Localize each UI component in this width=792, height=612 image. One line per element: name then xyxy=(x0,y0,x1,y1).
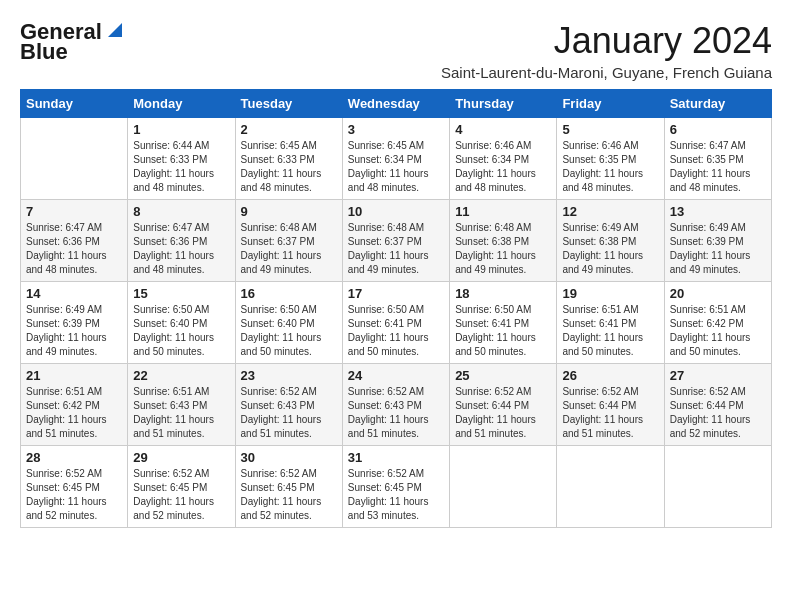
column-header-sunday: Sunday xyxy=(21,90,128,118)
day-number: 2 xyxy=(241,122,337,137)
calendar-cell: 8Sunrise: 6:47 AM Sunset: 6:36 PM Daylig… xyxy=(128,200,235,282)
day-number: 6 xyxy=(670,122,766,137)
calendar-week-row: 28Sunrise: 6:52 AM Sunset: 6:45 PM Dayli… xyxy=(21,446,772,528)
calendar-week-row: 1Sunrise: 6:44 AM Sunset: 6:33 PM Daylig… xyxy=(21,118,772,200)
day-number: 21 xyxy=(26,368,122,383)
day-info: Sunrise: 6:45 AM Sunset: 6:34 PM Dayligh… xyxy=(348,139,444,195)
calendar-cell: 17Sunrise: 6:50 AM Sunset: 6:41 PM Dayli… xyxy=(342,282,449,364)
calendar-cell: 18Sunrise: 6:50 AM Sunset: 6:41 PM Dayli… xyxy=(450,282,557,364)
day-info: Sunrise: 6:52 AM Sunset: 6:45 PM Dayligh… xyxy=(133,467,229,523)
day-info: Sunrise: 6:52 AM Sunset: 6:45 PM Dayligh… xyxy=(241,467,337,523)
column-header-tuesday: Tuesday xyxy=(235,90,342,118)
day-info: Sunrise: 6:52 AM Sunset: 6:44 PM Dayligh… xyxy=(670,385,766,441)
day-info: Sunrise: 6:50 AM Sunset: 6:41 PM Dayligh… xyxy=(348,303,444,359)
day-number: 22 xyxy=(133,368,229,383)
calendar-cell: 23Sunrise: 6:52 AM Sunset: 6:43 PM Dayli… xyxy=(235,364,342,446)
calendar-cell xyxy=(664,446,771,528)
calendar-week-row: 21Sunrise: 6:51 AM Sunset: 6:42 PM Dayli… xyxy=(21,364,772,446)
day-info: Sunrise: 6:49 AM Sunset: 6:38 PM Dayligh… xyxy=(562,221,658,277)
page-header: General Blue January 2024 Saint-Laurent-… xyxy=(20,20,772,81)
day-number: 13 xyxy=(670,204,766,219)
day-number: 11 xyxy=(455,204,551,219)
day-number: 25 xyxy=(455,368,551,383)
day-info: Sunrise: 6:49 AM Sunset: 6:39 PM Dayligh… xyxy=(670,221,766,277)
day-info: Sunrise: 6:52 AM Sunset: 6:44 PM Dayligh… xyxy=(455,385,551,441)
day-number: 23 xyxy=(241,368,337,383)
day-info: Sunrise: 6:48 AM Sunset: 6:38 PM Dayligh… xyxy=(455,221,551,277)
day-info: Sunrise: 6:49 AM Sunset: 6:39 PM Dayligh… xyxy=(26,303,122,359)
day-info: Sunrise: 6:46 AM Sunset: 6:35 PM Dayligh… xyxy=(562,139,658,195)
calendar-cell xyxy=(21,118,128,200)
calendar-cell: 12Sunrise: 6:49 AM Sunset: 6:38 PM Dayli… xyxy=(557,200,664,282)
day-info: Sunrise: 6:51 AM Sunset: 6:42 PM Dayligh… xyxy=(670,303,766,359)
calendar-cell: 30Sunrise: 6:52 AM Sunset: 6:45 PM Dayli… xyxy=(235,446,342,528)
svg-marker-0 xyxy=(108,23,122,37)
calendar-cell: 29Sunrise: 6:52 AM Sunset: 6:45 PM Dayli… xyxy=(128,446,235,528)
column-header-friday: Friday xyxy=(557,90,664,118)
day-number: 16 xyxy=(241,286,337,301)
day-number: 27 xyxy=(670,368,766,383)
calendar-cell: 13Sunrise: 6:49 AM Sunset: 6:39 PM Dayli… xyxy=(664,200,771,282)
calendar-cell: 28Sunrise: 6:52 AM Sunset: 6:45 PM Dayli… xyxy=(21,446,128,528)
day-number: 28 xyxy=(26,450,122,465)
day-number: 1 xyxy=(133,122,229,137)
day-info: Sunrise: 6:50 AM Sunset: 6:41 PM Dayligh… xyxy=(455,303,551,359)
calendar-cell: 6Sunrise: 6:47 AM Sunset: 6:35 PM Daylig… xyxy=(664,118,771,200)
calendar-cell: 7Sunrise: 6:47 AM Sunset: 6:36 PM Daylig… xyxy=(21,200,128,282)
day-number: 4 xyxy=(455,122,551,137)
calendar-cell: 1Sunrise: 6:44 AM Sunset: 6:33 PM Daylig… xyxy=(128,118,235,200)
calendar-cell: 25Sunrise: 6:52 AM Sunset: 6:44 PM Dayli… xyxy=(450,364,557,446)
day-info: Sunrise: 6:47 AM Sunset: 6:36 PM Dayligh… xyxy=(26,221,122,277)
day-number: 17 xyxy=(348,286,444,301)
day-info: Sunrise: 6:52 AM Sunset: 6:45 PM Dayligh… xyxy=(26,467,122,523)
day-info: Sunrise: 6:52 AM Sunset: 6:45 PM Dayligh… xyxy=(348,467,444,523)
column-header-wednesday: Wednesday xyxy=(342,90,449,118)
calendar-cell: 3Sunrise: 6:45 AM Sunset: 6:34 PM Daylig… xyxy=(342,118,449,200)
column-header-saturday: Saturday xyxy=(664,90,771,118)
day-number: 15 xyxy=(133,286,229,301)
calendar-cell: 14Sunrise: 6:49 AM Sunset: 6:39 PM Dayli… xyxy=(21,282,128,364)
calendar-cell: 11Sunrise: 6:48 AM Sunset: 6:38 PM Dayli… xyxy=(450,200,557,282)
calendar-cell xyxy=(557,446,664,528)
day-number: 20 xyxy=(670,286,766,301)
day-info: Sunrise: 6:51 AM Sunset: 6:42 PM Dayligh… xyxy=(26,385,122,441)
day-info: Sunrise: 6:48 AM Sunset: 6:37 PM Dayligh… xyxy=(241,221,337,277)
calendar-cell: 4Sunrise: 6:46 AM Sunset: 6:34 PM Daylig… xyxy=(450,118,557,200)
calendar-header-row: SundayMondayTuesdayWednesdayThursdayFrid… xyxy=(21,90,772,118)
day-info: Sunrise: 6:50 AM Sunset: 6:40 PM Dayligh… xyxy=(133,303,229,359)
calendar-cell: 24Sunrise: 6:52 AM Sunset: 6:43 PM Dayli… xyxy=(342,364,449,446)
calendar-cell: 9Sunrise: 6:48 AM Sunset: 6:37 PM Daylig… xyxy=(235,200,342,282)
logo-text-blue: Blue xyxy=(20,40,68,64)
calendar-table: SundayMondayTuesdayWednesdayThursdayFrid… xyxy=(20,89,772,528)
calendar-cell: 26Sunrise: 6:52 AM Sunset: 6:44 PM Dayli… xyxy=(557,364,664,446)
calendar-cell: 31Sunrise: 6:52 AM Sunset: 6:45 PM Dayli… xyxy=(342,446,449,528)
calendar-week-row: 7Sunrise: 6:47 AM Sunset: 6:36 PM Daylig… xyxy=(21,200,772,282)
day-info: Sunrise: 6:48 AM Sunset: 6:37 PM Dayligh… xyxy=(348,221,444,277)
day-number: 8 xyxy=(133,204,229,219)
calendar-cell: 22Sunrise: 6:51 AM Sunset: 6:43 PM Dayli… xyxy=(128,364,235,446)
day-info: Sunrise: 6:47 AM Sunset: 6:35 PM Dayligh… xyxy=(670,139,766,195)
calendar-cell: 27Sunrise: 6:52 AM Sunset: 6:44 PM Dayli… xyxy=(664,364,771,446)
day-info: Sunrise: 6:51 AM Sunset: 6:41 PM Dayligh… xyxy=(562,303,658,359)
day-info: Sunrise: 6:52 AM Sunset: 6:43 PM Dayligh… xyxy=(241,385,337,441)
day-info: Sunrise: 6:47 AM Sunset: 6:36 PM Dayligh… xyxy=(133,221,229,277)
day-number: 9 xyxy=(241,204,337,219)
day-info: Sunrise: 6:46 AM Sunset: 6:34 PM Dayligh… xyxy=(455,139,551,195)
logo: General Blue xyxy=(20,20,126,64)
logo-triangle-icon xyxy=(104,19,126,41)
calendar-cell: 2Sunrise: 6:45 AM Sunset: 6:33 PM Daylig… xyxy=(235,118,342,200)
column-header-thursday: Thursday xyxy=(450,90,557,118)
day-number: 7 xyxy=(26,204,122,219)
day-info: Sunrise: 6:51 AM Sunset: 6:43 PM Dayligh… xyxy=(133,385,229,441)
day-number: 26 xyxy=(562,368,658,383)
day-number: 14 xyxy=(26,286,122,301)
calendar-cell xyxy=(450,446,557,528)
calendar-cell: 16Sunrise: 6:50 AM Sunset: 6:40 PM Dayli… xyxy=(235,282,342,364)
calendar-cell: 20Sunrise: 6:51 AM Sunset: 6:42 PM Dayli… xyxy=(664,282,771,364)
calendar-cell: 21Sunrise: 6:51 AM Sunset: 6:42 PM Dayli… xyxy=(21,364,128,446)
day-info: Sunrise: 6:52 AM Sunset: 6:43 PM Dayligh… xyxy=(348,385,444,441)
calendar-cell: 10Sunrise: 6:48 AM Sunset: 6:37 PM Dayli… xyxy=(342,200,449,282)
calendar-week-row: 14Sunrise: 6:49 AM Sunset: 6:39 PM Dayli… xyxy=(21,282,772,364)
day-number: 31 xyxy=(348,450,444,465)
month-title: January 2024 xyxy=(441,20,772,62)
